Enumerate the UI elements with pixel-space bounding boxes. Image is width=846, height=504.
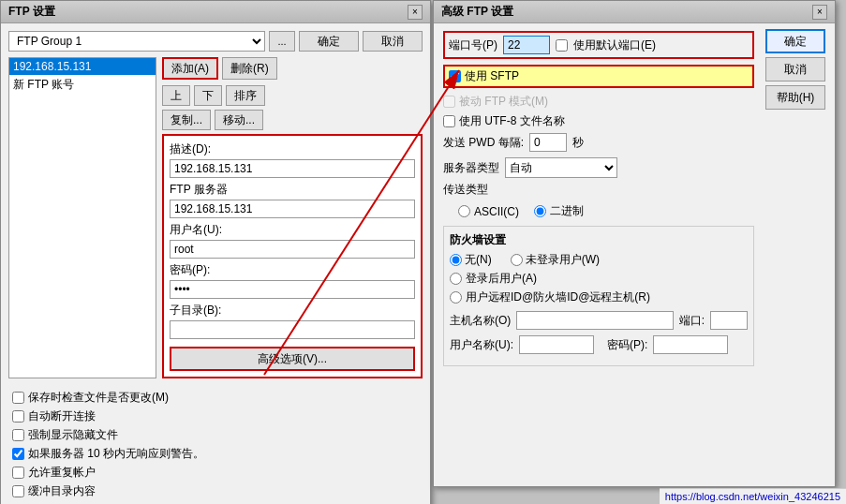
password-label: 密码(P): [170, 262, 415, 278]
fw-username-label: 用户名称(U): [450, 337, 513, 353]
adv-dialog-close-button[interactable]: × [812, 5, 827, 20]
sort-button[interactable]: 排序 [226, 85, 265, 106]
ftp-server-label: FTP 服务器 [170, 182, 415, 198]
delete-button[interactable]: 删除(R) [222, 57, 277, 80]
check-buffer-dir[interactable] [12, 485, 24, 497]
passive-ftp-checkbox [443, 96, 455, 108]
copy-button[interactable]: 复制... [162, 110, 211, 130]
use-default-port-checkbox[interactable] [556, 39, 568, 52]
transfer-type-row: 传送类型 [443, 182, 754, 198]
check-allow-duplicate-label: 允许重复帐户 [28, 465, 96, 481]
description-input[interactable] [170, 159, 415, 178]
ascii-radio[interactable] [458, 205, 470, 217]
hostname-label: 主机名称(O) [450, 313, 511, 329]
ftp-dots-button[interactable]: ... [269, 31, 295, 52]
check-show-hidden-label: 强制显示隐藏文件 [28, 427, 118, 443]
adv-button-column: 确定 取消 帮助(H) [765, 29, 825, 110]
server-type-select[interactable]: 自动 [505, 157, 617, 178]
list-item[interactable]: 新 FTP 账号 [9, 75, 156, 95]
ftp-form-panel: 描述(D): FTP 服务器 用户名(U): 密码(P): [162, 134, 423, 378]
advanced-options-button[interactable]: 高级选项(V)... [170, 347, 415, 371]
firewall-radio-logged[interactable] [450, 273, 462, 285]
username-row: 用户名(U): [170, 222, 415, 259]
ftp-server-input[interactable] [170, 200, 415, 218]
firewall-radio-none[interactable] [450, 254, 462, 266]
check-server-warn-label: 如果服务器 10 秒内无响应则警告。 [28, 446, 204, 462]
fw-password-label: 密码(P): [607, 337, 647, 353]
passive-ftp-label: 被动 FTP 模式(M) [459, 94, 548, 110]
binary-radio[interactable] [534, 205, 546, 217]
copy-move-row: 复制... 移动... [162, 110, 423, 130]
hostname-row: 主机名称(O) 端口: [450, 311, 748, 330]
sftp-row: 使用 SFTP [443, 65, 754, 88]
send-pwd-unit: 秒 [572, 135, 584, 151]
adv-help-button[interactable]: 帮助(H) [765, 85, 825, 110]
ftp-group-select[interactable]: FTP Group 1 [8, 31, 265, 52]
ftp-settings-dialog: FTP 设置 × FTP Group 1 ... 确定 取消 192.168.1… [0, 0, 431, 504]
adv-dialog-titlebar: 高级 FTP 设置 × [434, 1, 835, 23]
subdir-row: 子目录(B): [170, 303, 415, 339]
up-button[interactable]: 上 [162, 85, 190, 106]
use-sftp-checkbox[interactable] [449, 70, 461, 82]
description-row: 描述(D): [170, 141, 415, 178]
ftp-main-content: 192.168.15.131 新 FTP 账号 添加(A) 删除(R) 上 下 … [8, 57, 423, 378]
port-label: 端口号(P) [449, 37, 497, 53]
check-row-3: 如果服务器 10 秒内无响应则警告。 [12, 446, 419, 462]
check-buffer-dir-label: 缓冲目录内容 [28, 483, 96, 499]
ftp-top-row: FTP Group 1 ... 确定 取消 [8, 31, 423, 52]
subdir-input[interactable] [170, 320, 415, 339]
firewall-title: 防火墙设置 [450, 232, 748, 248]
ftp-server-list[interactable]: 192.168.15.131 新 FTP 账号 [8, 57, 156, 378]
check-show-hidden[interactable] [12, 429, 24, 441]
ftp-dialog-close-button[interactable]: × [408, 5, 423, 20]
ftp-ok-button[interactable]: 确定 [299, 31, 359, 52]
bottom-checkboxes: 保存时检查文件是否更改(M) 自动断开连接 强制显示隐藏文件 如果服务器 10 … [8, 386, 423, 504]
use-utf8-checkbox[interactable] [443, 115, 455, 127]
check-row-2: 强制显示隐藏文件 [12, 427, 419, 443]
check-server-warn[interactable] [12, 448, 24, 460]
firewall-radio-user-remote[interactable] [450, 291, 462, 304]
check-save-change[interactable] [12, 392, 24, 404]
check-auto-disconnect[interactable] [12, 410, 24, 422]
ftp-dialog-title: FTP 设置 [8, 4, 55, 20]
check-row-4: 允许重复帐户 [12, 465, 419, 481]
description-label: 描述(D): [170, 141, 415, 157]
check-allow-duplicate[interactable] [12, 467, 24, 479]
move-buttons-row: 上 下 排序 [162, 85, 423, 106]
password-input[interactable] [170, 280, 415, 299]
check-save-change-label: 保存时检查文件是否更改(M) [28, 390, 169, 406]
username-input[interactable] [170, 240, 415, 259]
ascii-label: ASCII(C) [474, 205, 519, 218]
check-row-5: 缓冲目录内容 [12, 483, 419, 499]
hostname-input[interactable] [516, 311, 673, 330]
use-sftp-label: 使用 SFTP [465, 68, 519, 84]
firewall-notlogged-label: 未登录用户(W) [526, 252, 600, 268]
server-type-label: 服务器类型 [443, 160, 499, 176]
port-fw-input[interactable] [710, 311, 748, 330]
check-row-1: 自动断开连接 [12, 408, 419, 424]
send-pwd-input[interactable] [529, 133, 567, 152]
port-fw-label: 端口: [679, 313, 705, 329]
check-row-0: 保存时检查文件是否更改(M) [12, 390, 419, 406]
subdir-label: 子目录(B): [170, 303, 415, 319]
transfer-type-label: 传送类型 [443, 182, 488, 198]
add-button[interactable]: 添加(A) [162, 57, 218, 80]
adv-ok-button[interactable]: 确定 [765, 29, 825, 53]
move-button[interactable]: 移动... [215, 110, 263, 130]
adv-cancel-button[interactable]: 取消 [765, 57, 825, 82]
ftp-cancel-button[interactable]: 取消 [363, 31, 423, 52]
firewall-none-label: 无(N) [465, 252, 492, 268]
fw-password-input[interactable] [653, 335, 728, 354]
server-type-row: 服务器类型 自动 [443, 157, 754, 178]
url-bar: https://blog.csdn.net/weixin_43246215 [660, 488, 846, 504]
firewall-radio-notlogged[interactable] [511, 254, 523, 266]
utf8-row: 使用 UTF-8 文件名称 [443, 113, 754, 129]
fw-username-input[interactable] [519, 335, 594, 354]
list-item[interactable]: 192.168.15.131 [9, 58, 156, 75]
advanced-ftp-dialog: 高级 FTP 设置 × 确定 取消 帮助(H) 端口号(P) 使用默认端口(E)… [433, 0, 836, 487]
send-pwd-label: 发送 PWD 每隔: [443, 135, 524, 151]
port-input[interactable] [503, 36, 550, 54]
firewall-logged-label: 登录后用户(A) [466, 271, 537, 287]
use-utf8-label: 使用 UTF-8 文件名称 [459, 113, 565, 129]
down-button[interactable]: 下 [194, 85, 222, 106]
